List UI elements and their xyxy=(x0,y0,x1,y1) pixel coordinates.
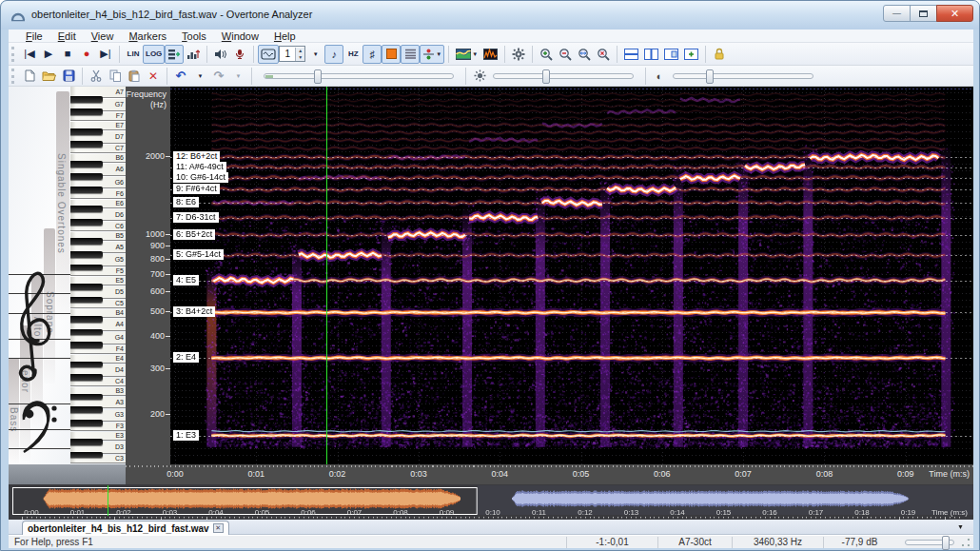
piano-black-key[interactable] xyxy=(70,439,103,445)
spectrum-view-button[interactable] xyxy=(480,45,500,64)
piano-black-key[interactable] xyxy=(70,452,103,459)
piano-black-key[interactable] xyxy=(70,265,103,271)
skip-start-button[interactable]: |◀ xyxy=(20,45,39,64)
spin-down-icon[interactable]: ▼ xyxy=(296,54,304,61)
layout-add-view-button[interactable] xyxy=(681,45,701,64)
piano-black-key[interactable] xyxy=(70,406,103,413)
sharp-notation-toggle[interactable]: ♯ xyxy=(363,45,382,64)
minimize-button[interactable]: — xyxy=(883,5,911,22)
piano-black-key[interactable] xyxy=(70,329,103,336)
overview-panel[interactable]: Time (m:s) 0:000:010:020:030:040:050:060… xyxy=(9,484,973,520)
mic-mute-button[interactable] xyxy=(230,45,249,64)
piano-black-key[interactable] xyxy=(70,342,103,348)
delete-button[interactable]: ✕ xyxy=(144,67,163,86)
overtone-marker-label[interactable]: 6: B5+2ct xyxy=(173,229,215,240)
overtone-marker-label[interactable]: 10: G#6-14ct xyxy=(173,172,228,183)
piano-black-key[interactable] xyxy=(70,96,103,103)
toolbar-grip[interactable] xyxy=(11,47,16,62)
piano-black-key[interactable] xyxy=(70,128,103,135)
piano-histogram-button[interactable] xyxy=(184,45,203,64)
paste-button[interactable] xyxy=(125,67,144,86)
zoom-out-button[interactable] xyxy=(556,45,575,64)
palette-dropdown[interactable]: ▼ xyxy=(472,51,478,57)
piano-black-key[interactable] xyxy=(70,219,103,226)
skip-end-button[interactable]: ▶| xyxy=(96,45,115,64)
piano-black-key[interactable] xyxy=(70,394,103,401)
piano-black-key[interactable] xyxy=(70,173,103,180)
menu-help[interactable]: Help xyxy=(266,30,304,43)
piano-black-key[interactable] xyxy=(70,161,103,167)
menu-tools[interactable]: Tools xyxy=(174,30,214,43)
piano-black-key[interactable] xyxy=(70,187,103,193)
undo-dropdown[interactable]: ▼ xyxy=(190,67,209,86)
overtone-marker-label[interactable]: 11: A#6-49ct xyxy=(173,162,226,172)
overtone-marker-label[interactable]: 9: F#6+4ct xyxy=(173,184,220,194)
overtone-marker-label[interactable]: 2: E4 xyxy=(173,352,199,363)
overview-canvas[interactable] xyxy=(9,484,973,520)
piano-range-button[interactable] xyxy=(165,45,184,64)
piano-black-key[interactable] xyxy=(70,284,103,290)
spectrogram-canvas[interactable] xyxy=(170,87,973,464)
lock-layout-button[interactable] xyxy=(710,45,729,64)
redo-dropdown[interactable]: ▼ xyxy=(228,67,247,86)
overtone-marker-label[interactable]: 5: G#5-14ct xyxy=(173,249,224,260)
resize-grip[interactable] xyxy=(960,537,971,548)
save-file-button[interactable] xyxy=(59,67,78,86)
layout-split-vertical-button[interactable] xyxy=(641,45,661,64)
piano-black-key[interactable] xyxy=(70,420,103,426)
menu-file[interactable]: File xyxy=(18,30,50,43)
piano-black-key[interactable] xyxy=(70,362,103,368)
tab-close-icon[interactable]: ✕ xyxy=(213,523,224,533)
cut-button[interactable] xyxy=(87,67,106,86)
play-button[interactable]: ▶ xyxy=(39,45,58,64)
stop-button[interactable]: ■ xyxy=(58,45,77,64)
overtone-marker-label[interactable]: 8: E6 xyxy=(173,197,199,207)
marker-split-button[interactable]: ▼ xyxy=(420,45,444,64)
status-zoom-slider[interactable] xyxy=(905,540,954,545)
undo-button[interactable]: ↶ xyxy=(171,67,190,86)
close-button[interactable]: ✕ xyxy=(936,5,973,22)
zoom-in-button[interactable] xyxy=(537,45,556,64)
layout-split-horizontal-button[interactable] xyxy=(621,45,641,64)
settings-gear-button[interactable] xyxy=(509,45,528,64)
marker-split-dropdown[interactable]: ▼ xyxy=(436,51,441,57)
log-scale-toggle[interactable]: LOG xyxy=(143,45,165,64)
overtone-marker-label[interactable]: 3: B4+2ct xyxy=(173,306,215,317)
zoom-fit-width-button[interactable] xyxy=(575,45,594,64)
open-file-button[interactable] xyxy=(39,67,59,86)
linear-scale-toggle[interactable]: LIN xyxy=(124,45,143,64)
brightness-slider[interactable] xyxy=(493,73,634,79)
new-file-button[interactable] xyxy=(20,67,39,86)
note-names-toggle[interactable]: ♪ xyxy=(324,45,343,64)
grid-lines-toggle[interactable] xyxy=(401,45,420,64)
hz-toggle[interactable]: HZ xyxy=(343,45,363,64)
piano-black-key[interactable] xyxy=(70,316,103,323)
overtone-marker-label[interactable]: 4: E5 xyxy=(173,275,199,285)
overtone-marker-label[interactable]: 7: D6-31ct xyxy=(173,212,219,223)
menu-view[interactable]: View xyxy=(84,30,122,43)
title-bar[interactable]: obertonleiter_h4_bis_h12_bird_fast.wav -… xyxy=(1,1,980,30)
maximize-button[interactable] xyxy=(910,5,937,22)
piano-black-key[interactable] xyxy=(70,374,103,381)
menu-edit[interactable]: Edit xyxy=(50,30,84,43)
octave-spinbox[interactable]: 1 ▲▼ xyxy=(279,46,305,62)
spectrogram-panel[interactable]: 12: B6+2ct11: A#6-49ct10: G#6-14ct9: F#6… xyxy=(170,87,973,464)
time-zoom-slider[interactable] xyxy=(264,73,454,79)
toolbar-grip[interactable] xyxy=(11,69,16,84)
document-tab[interactable]: obertonleiter_h4_bis_h12_bird_fast.wav ✕ xyxy=(22,521,229,535)
redo-button[interactable]: ↷ xyxy=(209,67,228,86)
layout-detach-button[interactable] xyxy=(661,45,681,64)
speaker-button[interactable] xyxy=(211,45,230,64)
piano-black-key[interactable] xyxy=(70,141,103,148)
menu-window[interactable]: Window xyxy=(214,30,266,43)
piano-black-key[interactable] xyxy=(70,297,103,304)
tab-list-dropdown-icon[interactable]: ▼ xyxy=(957,523,964,530)
copy-button[interactable] xyxy=(106,67,125,86)
spin-up-icon[interactable]: ▲ xyxy=(296,48,304,54)
overtone-marker-label[interactable]: 1: E3 xyxy=(173,430,199,441)
piano-black-key[interactable] xyxy=(70,108,103,115)
piano-black-key[interactable] xyxy=(70,206,103,212)
marker-color-button[interactable] xyxy=(382,45,401,64)
record-button[interactable]: ● xyxy=(77,45,96,64)
piano-black-key[interactable] xyxy=(70,251,103,258)
